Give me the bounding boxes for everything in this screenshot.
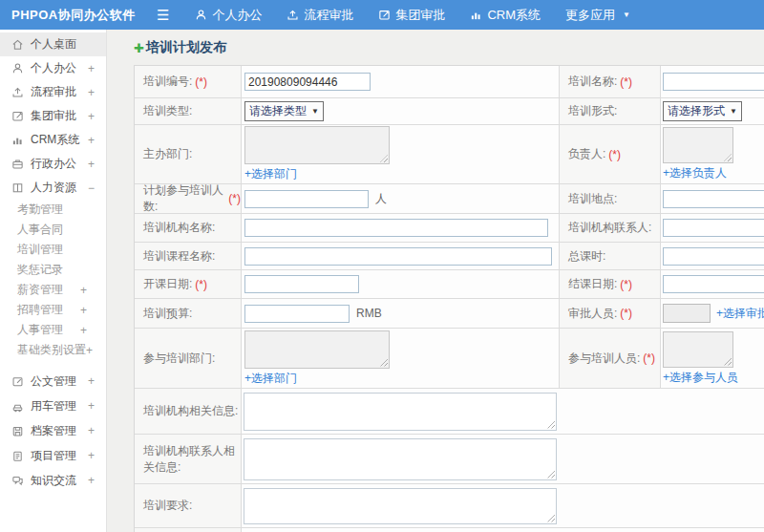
training-mode-select[interactable]: 请选择形式▼	[663, 101, 742, 121]
resize-handle[interactable]	[380, 359, 388, 367]
sidebar-item-hr-contract[interactable]: 人事合同	[0, 220, 106, 240]
edit-icon	[378, 9, 391, 21]
form-row: 附件文档: +附件上传	[135, 528, 764, 532]
sidebar-item-training-mgmt[interactable]: 培训管理	[0, 240, 106, 260]
caret-down-icon: ▼	[623, 11, 630, 19]
select-join-dept-link[interactable]: +选择部门	[244, 371, 297, 387]
field-label-name: 培训名称:(*)	[560, 66, 661, 97]
resize-handle[interactable]	[724, 154, 732, 161]
expand-icon[interactable]: +	[88, 374, 95, 388]
sidebar-item-personal-desktop[interactable]: 个人桌面	[0, 32, 106, 56]
nav-more-apps[interactable]: 更多应用 ▼	[553, 0, 643, 30]
training-number-input[interactable]	[244, 73, 371, 91]
sidebar-item-crm-system[interactable]: CRM系统 +	[0, 128, 106, 152]
expand-icon[interactable]: +	[88, 449, 95, 462]
select-dept-link[interactable]: +选择部门	[244, 166, 297, 182]
sidebar-item-attendance-mgmt[interactable]: 考勤管理	[0, 200, 106, 220]
caret-down-icon: ▼	[730, 107, 737, 116]
expand-icon[interactable]: +	[88, 158, 95, 171]
field-label-leader: 负责人:(*)	[560, 125, 661, 183]
select-approver-link[interactable]: +选择审批人员	[716, 306, 764, 322]
upload-icon	[286, 9, 299, 21]
form-row: 培训课程名称: 总课时:	[135, 243, 764, 270]
menu-icon[interactable]: ☰	[143, 7, 182, 24]
resize-handle[interactable]	[724, 358, 732, 366]
sidebar-item-admin-office[interactable]: 行政办公 +	[0, 152, 106, 176]
approver-box[interactable]	[663, 304, 711, 323]
course-name-input[interactable]	[244, 247, 552, 266]
expand-icon[interactable]: +	[80, 304, 87, 317]
nav-personal-office[interactable]: 个人办公	[182, 0, 274, 30]
caret-down-icon: ▼	[311, 107, 319, 116]
nav-workflow-approval[interactable]: 流程审批	[274, 0, 366, 30]
briefcase-icon	[11, 158, 24, 170]
resize-handle[interactable]	[547, 471, 555, 479]
sidebar-item-workflow-approval[interactable]: 流程审批 +	[0, 80, 106, 104]
sidebar-item-group-approval[interactable]: 集团审批 +	[0, 104, 106, 128]
sidebar-submenu-hr: 考勤管理 人事合同 培训管理 奖惩记录 薪资管理+ 招聘管理+ 人事管理+ 基础…	[0, 200, 106, 360]
org-info-textarea[interactable]	[244, 393, 557, 431]
field-label-org-contact: 培训机构联系人:	[560, 214, 661, 242]
budget-input[interactable]	[244, 305, 350, 323]
training-plan-form: 培训编号:(*) 培训名称:(*) 培训类型: 请选择类型▼ 培训形式: 请选择…	[134, 65, 764, 532]
expand-icon[interactable]: +	[88, 62, 95, 75]
resize-handle[interactable]	[547, 421, 555, 429]
leader-box[interactable]	[663, 127, 733, 163]
expand-icon[interactable]: +	[88, 110, 95, 123]
field-label-type: 培训类型:	[135, 98, 242, 124]
page-title: ✚ 培训计划发布	[134, 39, 764, 56]
expand-icon[interactable]: +	[88, 134, 95, 147]
join-people-box[interactable]	[663, 331, 733, 368]
training-name-input[interactable]	[663, 73, 764, 91]
sidebar-item-salary-mgmt[interactable]: 薪资管理+	[0, 280, 106, 300]
field-label-mode: 培训形式:	[560, 98, 661, 124]
field-label-planned: 计划参与培训人数:(*)	[135, 184, 242, 213]
expand-icon[interactable]: +	[80, 284, 87, 297]
select-leader-link[interactable]: +选择负责人	[663, 165, 727, 181]
sidebar-item-personal-office[interactable]: 个人办公 +	[0, 56, 106, 80]
requirement-textarea[interactable]	[244, 488, 557, 524]
field-label-hours: 总课时:	[560, 243, 661, 269]
archive-icon	[11, 425, 24, 437]
sidebar-item-personnel-mgmt[interactable]: 人事管理+	[0, 320, 106, 340]
sidebar-item-vehicle-mgmt[interactable]: 用车管理 +	[0, 394, 106, 418]
sidebar-item-human-resources[interactable]: 人力资源 −	[0, 176, 106, 200]
book-icon	[11, 181, 24, 194]
sidebar-item-reward-record[interactable]: 奖惩记录	[0, 260, 106, 280]
field-label-number: 培训编号:(*)	[135, 66, 242, 97]
sidebar-item-project-mgmt[interactable]: 项目管理 +	[0, 443, 106, 468]
expand-icon[interactable]: +	[88, 424, 95, 437]
sidebar-item-recruit-mgmt[interactable]: 招聘管理+	[0, 300, 106, 320]
resize-handle[interactable]	[380, 155, 388, 162]
sidebar-item-base-category-settings[interactable]: 基础类别设置+	[0, 340, 106, 360]
chart-icon	[11, 134, 24, 146]
user-icon	[195, 9, 207, 21]
nav-group-approval[interactable]: 集团审批	[366, 0, 457, 30]
expand-icon[interactable]: +	[88, 399, 95, 413]
sidebar-item-document-mgmt[interactable]: 公文管理 +	[0, 369, 106, 394]
org-contact-input[interactable]	[663, 219, 764, 237]
select-join-people-link[interactable]: +选择参与人员	[663, 370, 738, 386]
start-date-input[interactable]	[244, 275, 359, 293]
end-date-input[interactable]	[663, 275, 764, 293]
expand-icon[interactable]: +	[88, 474, 95, 487]
unit-label: 人	[375, 191, 387, 207]
collapse-icon[interactable]: −	[88, 181, 95, 195]
contact-info-textarea[interactable]	[244, 438, 557, 480]
sidebar-item-knowledge-exchange[interactable]: 知识交流 +	[0, 468, 106, 493]
nav-crm-system[interactable]: CRM系统	[457, 0, 553, 30]
location-input[interactable]	[663, 190, 764, 208]
planned-count-input[interactable]	[244, 190, 369, 208]
host-dept-box[interactable]	[244, 126, 390, 164]
expand-icon[interactable]: +	[80, 324, 87, 337]
total-hours-input[interactable]	[663, 247, 764, 266]
sidebar-item-archive-mgmt[interactable]: 档案管理 +	[0, 418, 106, 443]
join-dept-box[interactable]	[244, 330, 390, 369]
resize-handle[interactable]	[547, 515, 555, 522]
expand-icon[interactable]: +	[88, 86, 95, 99]
org-name-input[interactable]	[244, 219, 548, 237]
training-type-select[interactable]: 请选择类型▼	[244, 101, 324, 121]
field-label-attachment: 附件文档:	[135, 528, 242, 532]
expand-icon[interactable]: +	[86, 344, 93, 357]
form-row: 培训机构名称: 培训机构联系人:	[135, 214, 764, 243]
